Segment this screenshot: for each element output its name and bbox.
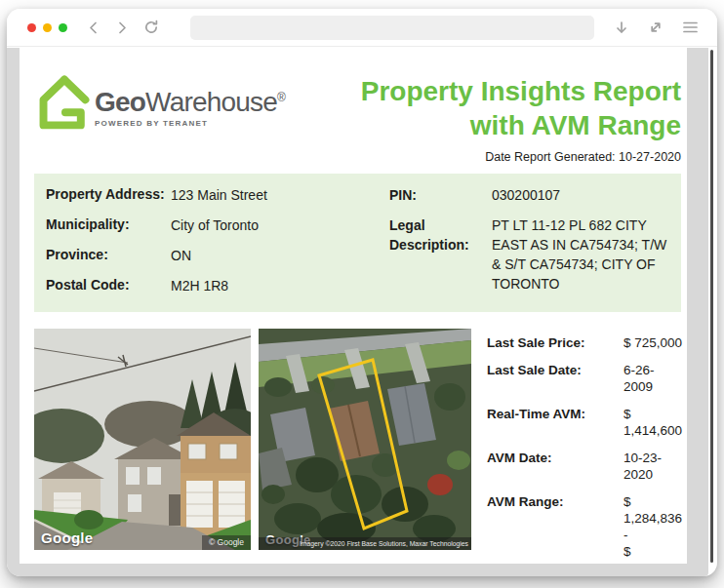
brand-name: GeoWarehouse® xyxy=(95,83,285,117)
browser-toolbar xyxy=(7,9,717,47)
field-pin: PIN: 030200107 xyxy=(389,186,669,206)
minimize-window-button[interactable] xyxy=(43,23,52,32)
close-window-button[interactable] xyxy=(27,23,36,32)
zoom-window-button[interactable] xyxy=(59,23,67,32)
expand-icon[interactable] xyxy=(646,18,665,37)
stat-avm-date: AVM Date: 10-23-2020 xyxy=(487,450,682,483)
registered-mark: ® xyxy=(277,91,285,104)
traffic-lights xyxy=(27,23,67,32)
field-legal-description: Legal Description: PT LT 11-12 PL 682 CI… xyxy=(389,216,669,294)
brand-tagline: POWERED BY TERANET xyxy=(95,119,285,128)
aerial-view-photo: Google Imagery ©2020 First Base Solution… xyxy=(259,329,471,550)
toolbar-right-icons xyxy=(612,18,700,37)
geowarehouse-logo: GeoWarehouse® POWERED BY TERANET xyxy=(37,73,285,137)
stat-last-sale-date: Last Sale Date: 6-26-2009 xyxy=(487,362,682,395)
stat-avm-range: AVM Range: $ 1,284,836 -$ 1,596,049 xyxy=(487,493,682,565)
street-view-photo: Google © Google xyxy=(34,329,251,550)
date-generated: Date Report Generated: 10-27-2020 xyxy=(361,150,681,164)
google-copyright: © Google xyxy=(202,535,251,550)
url-bar[interactable] xyxy=(190,16,594,40)
scrollbar[interactable] xyxy=(710,50,713,563)
property-summary-panel: Property Address: 123 Main Street Munici… xyxy=(34,174,681,312)
page-title: Property Insights Report with AVM Range xyxy=(361,74,681,142)
field-municipality: Municipality: City of Toronto xyxy=(46,216,389,236)
report-header: GeoWarehouse® POWERED BY TERANET Propert… xyxy=(34,62,681,164)
back-icon[interactable] xyxy=(83,18,102,37)
nav-buttons xyxy=(83,18,161,37)
google-watermark: Google xyxy=(41,529,93,546)
forward-icon[interactable] xyxy=(112,18,132,37)
house-g-logo-icon xyxy=(37,73,92,137)
stat-last-sale-price: Last Sale Price: $ 725,000 xyxy=(487,334,682,351)
valuation-stats: Last Sale Price: $ 725,000 Last Sale Dat… xyxy=(487,329,682,565)
browser-window: GeoWarehouse® POWERED BY TERANET Propert… xyxy=(7,9,717,576)
download-icon[interactable] xyxy=(612,18,631,37)
imagery-attribution: Imagery ©2020 First Base Solutions, Maxa… xyxy=(259,537,471,550)
browser-viewport: GeoWarehouse® POWERED BY TERANET Propert… xyxy=(7,48,708,576)
report-page: GeoWarehouse® POWERED BY TERANET Propert… xyxy=(20,48,687,564)
stat-real-time-avm: Real-Time AVM: $ 1,414,600 xyxy=(487,406,682,439)
hamburger-menu-icon[interactable] xyxy=(680,18,700,37)
reload-icon[interactable] xyxy=(141,18,161,37)
field-province: Province: ON xyxy=(46,247,389,266)
field-postal-code: Postal Code: M2H 1R8 xyxy=(46,277,389,296)
field-property-address: Property Address: 123 Main Street xyxy=(46,186,389,206)
